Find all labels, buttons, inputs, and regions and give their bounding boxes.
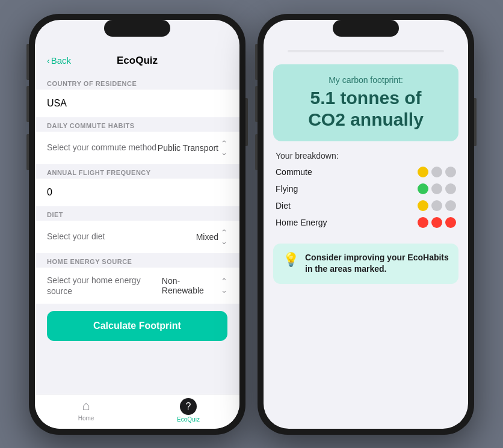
tab-ecoquiz-label: EcoQuiz	[177, 416, 200, 423]
phone-notch-2	[333, 20, 399, 37]
calculate-button[interactable]: Calculate Footprint	[47, 311, 227, 341]
diet-field[interactable]: Select your diet Mixed ⌃⌄	[35, 221, 239, 253]
back-button[interactable]: ‹ Back	[47, 55, 71, 66]
section-label-diet: DIET	[35, 206, 239, 221]
back-label: Back	[51, 55, 71, 66]
tab-home[interactable]: ⌂ Home	[35, 398, 137, 423]
tip-text: Consider improving your EcoHabits in the…	[305, 252, 449, 275]
tab-ecoquiz[interactable]: ? EcoQuiz	[137, 398, 239, 423]
country-field[interactable]: USA	[35, 90, 239, 117]
bulb-icon: 💡	[283, 252, 299, 268]
section-label-flights: ANNUAL FLIGHT FREQUENCY	[35, 164, 239, 179]
back-chevron-icon: ‹	[47, 56, 50, 66]
breakdown-row-energy: Home Energy	[276, 217, 456, 228]
breakdown-row-commute: Commute	[276, 167, 456, 177]
section-label-commute: DAILY COMMUTE HABITS	[35, 117, 239, 132]
flying-dots	[418, 183, 456, 194]
nav-bar: ‹ Back EcoQuiz	[35, 50, 239, 69]
home-icon: ⌂	[82, 398, 90, 414]
flights-field[interactable]: 0	[35, 179, 239, 206]
phone-ecoquiz: ‹ Back EcoQuiz COUNTRY OF RESIDENCE USA …	[29, 14, 245, 435]
dot-diet-3	[445, 200, 456, 211]
energy-field[interactable]: Select your home energy source Non-Renew…	[35, 268, 239, 304]
section-label-country: COUNTRY OF RESIDENCE	[35, 75, 239, 90]
dot-diet-2	[431, 200, 442, 211]
dot-flying-2	[431, 183, 442, 194]
commute-chevron-icon: ⌃⌄	[221, 139, 227, 157]
commute-field-label: Select your commute method	[47, 142, 156, 153]
breakdown-title: Your breakdown:	[276, 151, 456, 161]
breakdown-section: Your breakdown: Commute Flying	[264, 141, 468, 239]
breakdown-label-diet: Diet	[276, 201, 330, 210]
dot-energy-1	[418, 217, 428, 228]
dot-commute-3	[445, 167, 456, 177]
breakdown-label-commute: Commute	[276, 167, 330, 177]
breakdown-row-flying: Flying	[276, 183, 456, 194]
top-bar	[288, 50, 444, 52]
breakdown-label-energy: Home Energy	[276, 218, 330, 227]
energy-field-label: Select your home energy source	[47, 275, 162, 296]
tip-box: 💡 Consider improving your EcoHabits in t…	[273, 244, 458, 284]
phone-notch	[104, 20, 170, 37]
form-content: COUNTRY OF RESIDENCE USA DAILY COMMUTE H…	[35, 69, 239, 394]
dot-commute-1	[418, 167, 428, 177]
dot-energy-3	[445, 217, 456, 228]
commute-selected-value: Public Transport ⌃⌄	[158, 139, 227, 157]
carbon-subtitle: My carbon footprint:	[285, 75, 446, 85]
diet-dots	[418, 200, 456, 211]
energy-dots	[418, 217, 456, 228]
dot-diet-1	[418, 200, 428, 211]
screen-title: EcoQuiz	[117, 55, 158, 67]
tab-bar: ⌂ Home ? EcoQuiz	[35, 394, 239, 429]
diet-selected-value: Mixed ⌃⌄	[196, 228, 227, 246]
ecoquiz-icon: ?	[180, 398, 197, 415]
commute-dots	[418, 167, 456, 177]
diet-field-label: Select your diet	[47, 231, 105, 242]
dot-flying-3	[445, 183, 456, 194]
commute-field[interactable]: Select your commute method Public Transp…	[35, 132, 239, 164]
breakdown-row-diet: Diet	[276, 200, 456, 211]
diet-chevron-icon: ⌃⌄	[221, 228, 227, 246]
dot-flying-1	[418, 183, 428, 194]
tab-home-label: Home	[78, 415, 94, 422]
country-value: USA	[47, 97, 227, 110]
dot-energy-2	[431, 217, 442, 228]
flights-value: 0	[47, 186, 227, 199]
breakdown-label-flying: Flying	[276, 184, 330, 194]
phone-results: My carbon footprint: 5.1 tonnes ofCO2 an…	[258, 14, 474, 435]
energy-chevron-icon: ⌃⌄	[221, 277, 227, 295]
energy-selected-value: Non-Renewable ⌃⌄	[162, 276, 227, 295]
carbon-value: 5.1 tonnes ofCO2 annually	[285, 87, 446, 130]
carbon-banner: My carbon footprint: 5.1 tonnes ofCO2 an…	[273, 64, 458, 141]
section-label-energy: HOME ENERGY SOURCE	[35, 253, 239, 268]
dot-commute-2	[431, 167, 442, 177]
